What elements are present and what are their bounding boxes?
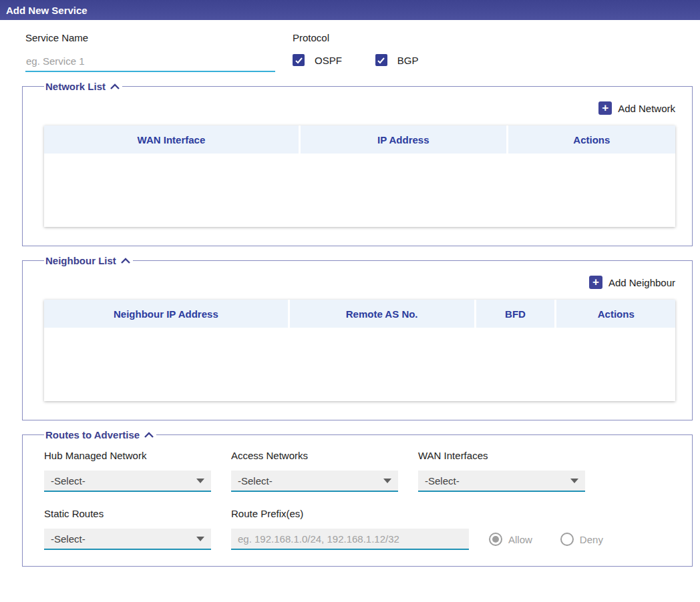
network-list-legend: Network List [44,81,122,92]
allow-radio-label: Allow [508,534,532,545]
allow-deny-radio-group: Allow Deny [489,529,631,550]
hub-managed-network-field: Hub Managed Network -Select- [44,450,211,492]
dropdown-arrow-icon [196,479,204,483]
service-name-label: Service Name [25,32,275,43]
static-routes-label: Static Routes [44,508,211,519]
network-col-ip-address: IP Address [299,125,506,154]
network-table-body-empty [44,154,675,227]
deny-radio-item: Deny [560,533,603,546]
dropdown-arrow-icon [383,479,391,483]
protocol-field-group: Protocol OSPF BGP [293,32,419,72]
network-add-row: + Add Network [44,101,675,115]
wan-interfaces-value: -Select- [425,475,460,487]
wan-interfaces-label: WAN Interfaces [418,450,585,461]
top-form-row: Service Name Protocol OSPF BGP [25,32,700,72]
routes-row-2: Static Routes -Select- Route Prefix(es) … [44,508,675,550]
dropdown-arrow-icon [196,537,204,541]
routes-row-1: Hub Managed Network -Select- Access Netw… [44,450,675,492]
chevron-up-icon[interactable] [110,83,120,89]
hub-managed-network-value: -Select- [51,475,85,487]
routes-body: Hub Managed Network -Select- Access Netw… [44,440,675,566]
check-icon [295,56,303,65]
access-networks-field: Access Networks -Select- [231,450,398,492]
route-prefixes-input[interactable] [231,529,469,550]
service-name-field-group: Service Name [25,32,275,72]
bgp-checkbox-label: BGP [397,55,419,66]
dropdown-arrow-icon [570,479,578,483]
neighbour-col-ip-address: Neighbour IP Address [44,300,288,328]
wan-interfaces-field: WAN Interfaces -Select- [418,450,585,492]
wan-interfaces-select[interactable]: -Select- [418,471,585,492]
add-neighbour-button[interactable]: + Add Neighbour [589,276,675,289]
neighbour-table-header: Neighbour IP Address Remote AS No. BFD A… [44,300,675,328]
bgp-checkbox[interactable] [375,54,387,66]
deny-radio-label: Deny [580,534,603,545]
static-routes-field: Static Routes -Select- [44,508,211,550]
static-routes-select[interactable]: -Select- [44,529,211,550]
service-name-input[interactable] [25,53,275,72]
routes-to-advertise-section: Routes to Advertise Hub Managed Network … [22,429,693,567]
add-new-service-dialog: Add New Service Service Name Protocol OS… [0,0,700,602]
ospf-checkbox-label: OSPF [315,55,342,66]
check-icon [377,56,385,65]
neighbour-list-legend: Neighbour List [44,255,133,266]
add-network-button[interactable]: + Add Network [598,101,675,115]
hub-managed-network-select[interactable]: -Select- [44,471,211,492]
network-list-legend-text: Network List [45,81,106,92]
neighbour-col-remote-as: Remote AS No. [288,300,474,328]
protocol-option-ospf: OSPF [293,54,342,66]
hub-managed-network-label: Hub Managed Network [44,450,211,461]
neighbour-col-bfd: BFD [474,300,555,328]
access-networks-value: -Select- [238,475,273,487]
access-networks-select[interactable]: -Select- [231,471,398,492]
ospf-checkbox[interactable] [293,54,305,66]
neighbour-table-body-empty [44,328,675,401]
chevron-up-icon[interactable] [121,258,130,264]
dialog-titlebar: Add New Service [0,0,700,20]
allow-radio-item: Allow [489,533,532,546]
routes-legend: Routes to Advertise [44,429,156,440]
neighbour-list-legend-text: Neighbour List [45,255,116,266]
neighbour-list-section: Neighbour List + Add Neighbour Neighbour… [22,255,693,420]
neighbour-col-actions: Actions [554,300,675,328]
plus-icon: + [589,276,602,289]
chevron-up-icon[interactable] [144,432,154,438]
protocol-option-bgp: BGP [375,54,419,66]
network-col-actions: Actions [506,125,675,154]
access-networks-label: Access Networks [231,450,398,461]
network-table-header: WAN Interface IP Address Actions [44,125,675,154]
deny-radio[interactable] [560,533,574,546]
dialog-title: Add New Service [6,5,88,16]
protocol-label: Protocol [293,32,419,43]
static-routes-value: -Select- [51,533,85,545]
network-table: WAN Interface IP Address Actions [44,125,675,227]
routes-legend-text: Routes to Advertise [45,429,140,440]
plus-icon: + [598,101,612,115]
route-prefixes-label: Route Prefix(es) [231,508,469,519]
network-list-section: Network List + Add Network WAN Interface… [22,81,693,246]
protocol-options: OSPF BGP [293,54,419,66]
neighbour-table: Neighbour IP Address Remote AS No. BFD A… [44,300,675,401]
neighbour-add-row: + Add Neighbour [44,276,675,289]
allow-radio[interactable] [489,533,502,546]
network-col-wan-interface: WAN Interface [44,125,299,154]
add-network-button-label: Add Network [618,103,675,114]
route-prefixes-field: Route Prefix(es) [231,508,469,550]
add-neighbour-button-label: Add Neighbour [608,277,675,288]
